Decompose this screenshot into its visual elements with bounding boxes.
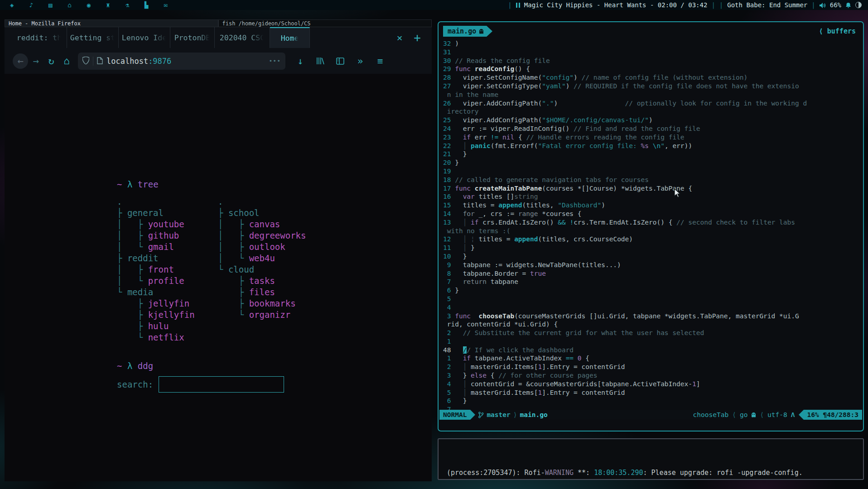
tree-link-web4u[interactable]: │ └ web4u <box>218 253 306 264</box>
code-line: 26 viper.AddConfigPath(".") // optionall… <box>443 99 863 108</box>
code-line: 2 │ masterGrid.Items[1].Entry = contentG… <box>443 363 863 371</box>
search-label: search: <box>117 379 153 390</box>
tree-link-outlook[interactable]: │ ├ outlook <box>218 241 306 253</box>
browser-tab-label: ProtonDB <box>174 34 210 42</box>
tree-link-github[interactable]: │ ├ github <box>117 230 218 241</box>
stats-icon[interactable]: ▙ <box>145 0 148 10</box>
notification-bell-icon[interactable] <box>845 1 851 9</box>
browser-tab-1[interactable]: reddit: th <box>12 27 67 48</box>
page-actions-icon[interactable]: ••• <box>269 58 281 64</box>
statusline-context: chooseTab <box>693 411 729 418</box>
search-input[interactable] <box>159 376 284 393</box>
browser-tab-2[interactable]: Getting st <box>67 27 119 48</box>
launcher-icon[interactable]: ◈ <box>10 0 14 10</box>
pause-icon[interactable] <box>516 3 520 8</box>
tree-node-reddit: ├ reddit <box>117 253 218 264</box>
download-icon[interactable]: ↓ <box>293 53 308 69</box>
cursor-position: 16% ¶48/288:3 <box>804 410 863 420</box>
search-section: ~ λ ddg search: <box>117 360 432 393</box>
video-icon[interactable]: ▤ <box>48 0 52 10</box>
statusline: NORMAL master ⟩ main.go chooseTab ⟨ go ⟨… <box>439 410 862 420</box>
code-line: 4 <box>443 303 863 312</box>
browser-tabs: reddit: thGetting stLenovo IdeProtonDB20… <box>12 27 310 48</box>
tree-link-front[interactable]: │ ├ front <box>117 264 218 275</box>
tree-link-youtube[interactable]: │ ├ youtube <box>117 219 218 230</box>
tree-link-bookmarks[interactable]: ├ bookmarks <box>218 298 306 309</box>
url-port: :9876 <box>148 57 171 66</box>
code-line: 12 │ ¦ titles = append(titles, crs.Cours… <box>443 235 863 244</box>
buffers-label[interactable]: ⟨ buffers <box>819 27 856 35</box>
browser-tab-6[interactable]: Home <box>270 27 310 48</box>
code-line: 5 │ masterGrid.Items[1].Entry = contentG… <box>443 388 863 397</box>
desktop: { "topbar": { "icons": [ {"name":"launch… <box>0 0 868 489</box>
browser-tab-3[interactable]: Lenovo Ide <box>119 27 170 48</box>
code-line: irectory <box>443 107 863 116</box>
tree-link-gmail[interactable]: │ └ gmail <box>117 241 218 253</box>
overflow-chevron-icon[interactable]: » <box>352 53 368 69</box>
wm-tab-fish[interactable]: fish /home/gideon/School/CS <box>218 19 432 27</box>
code-line: 13 │ if crs.EndAt.IsZero() && !crs.Term.… <box>443 218 863 227</box>
code-line: 23 if err != nil { // Handle errors read… <box>443 133 863 142</box>
code-line: rid, contentGrid *ui.Grid) { <box>443 320 863 329</box>
tree-link-tasks[interactable]: ├ tasks <box>218 275 306 287</box>
url-bar[interactable]: localhost:9876 ••• <box>78 53 285 70</box>
tree-link-hulu[interactable]: ├ hulu <box>117 321 218 332</box>
reload-button[interactable]: ↻ <box>43 53 59 69</box>
location-icon[interactable]: ◉ <box>87 0 91 10</box>
code-editor[interactable]: 32)3130// Reads the config file29func re… <box>443 39 863 414</box>
code-line: 3func chooseTab(courseMasterGrids []ui.G… <box>443 312 863 321</box>
library-icon[interactable] <box>313 53 328 69</box>
terminal-line-warning: (process:2705347): Rofi-WARNING **: 18:0… <box>447 468 863 478</box>
tree-node-.: . <box>117 196 218 207</box>
wm-tab-firefox[interactable]: Home - Mozilla Firefox <box>5 19 218 27</box>
statusline-filetype: go <box>740 411 747 418</box>
back-button[interactable]: ← <box>13 53 28 69</box>
tree-link-canvas[interactable]: │ ├ canvas <box>218 219 306 230</box>
terminal-window[interactable]: (process:2705347): Rofi-WARNING **: 18:0… <box>438 438 864 480</box>
theme-toggle-icon[interactable] <box>855 2 862 8</box>
tree-link-degreeworks[interactable]: │ ├ degreeworks <box>218 230 306 241</box>
tree-link-netflix[interactable]: └ netflix <box>117 332 218 343</box>
tree-link-kjellyfin[interactable]: ├ kjellyfin <box>117 309 218 321</box>
music-icon[interactable]: ♪ <box>29 0 33 10</box>
code-line: 3 } else { // for other course pages <box>443 371 863 380</box>
science-icon[interactable]: ⚗ <box>125 0 129 10</box>
chat-icon[interactable]: ✉ <box>164 0 168 10</box>
browser-tab-label: Home <box>281 34 299 43</box>
tree-link-organizr[interactable]: └ organizr <box>218 309 306 321</box>
browser-tab-label: Getting st <box>70 34 115 42</box>
page-icon[interactable] <box>97 57 103 65</box>
code-line: 31 <box>443 48 863 57</box>
up-next: Goth Babe: End Summer <box>727 1 807 9</box>
firefox-window: reddit: thGetting stLenovo IdeProtonDB20… <box>5 27 432 481</box>
buffer-tab-maingo[interactable]: main.go <box>443 26 487 37</box>
browser-toolbar: ← → ↻ ⌂ localhost:9876 ••• ↓ » ≡ <box>5 48 432 74</box>
browser-tab-label: 202040 CSC <box>220 34 265 42</box>
arch-linux-icon: Λ <box>791 411 795 418</box>
shield-icon[interactable] <box>82 57 89 65</box>
code-line: 25 viper.AddConfigPath("$HOME/.config/ca… <box>443 116 863 125</box>
shell-prompt-tree: ~ λ tree <box>117 179 432 190</box>
tree-link-jellyfin[interactable]: ├ jellyfin <box>117 298 218 309</box>
volume-icon[interactable] <box>820 1 826 9</box>
git-branch-icon <box>478 412 484 418</box>
home-button[interactable]: ⌂ <box>59 53 74 69</box>
forward-button[interactable]: → <box>28 53 43 69</box>
code-line: 18// called to generate navigation tabs … <box>443 176 863 184</box>
code-line: 6 } <box>443 397 863 405</box>
bank-icon[interactable]: ♜ <box>106 0 110 10</box>
close-tab-button[interactable]: × <box>392 32 407 43</box>
browser-tab-strip: reddit: thGetting stLenovo IdeProtonDB20… <box>5 27 432 48</box>
tree-link-profile[interactable]: │ └ profile <box>117 275 218 287</box>
browser-tab-4[interactable]: ProtonDB <box>170 27 215 48</box>
status-bar-right: | Magic City Hippies - Heart Wants - 02:… <box>508 1 868 9</box>
new-tab-button[interactable]: + <box>407 31 427 44</box>
code-line: 21 } <box>443 150 863 158</box>
tree-link-files[interactable]: ├ files <box>218 287 306 298</box>
code-line: 19 <box>443 167 863 176</box>
browser-tab-5[interactable]: 202040 CSC <box>215 27 270 48</box>
menu-hamburger-icon[interactable]: ≡ <box>372 53 388 69</box>
code-line: 4 │ contentGrid = &courseMasterGrids[tab… <box>443 380 863 388</box>
sidebar-toggle-icon[interactable] <box>333 53 348 69</box>
home-icon[interactable]: ⌂ <box>68 0 71 10</box>
